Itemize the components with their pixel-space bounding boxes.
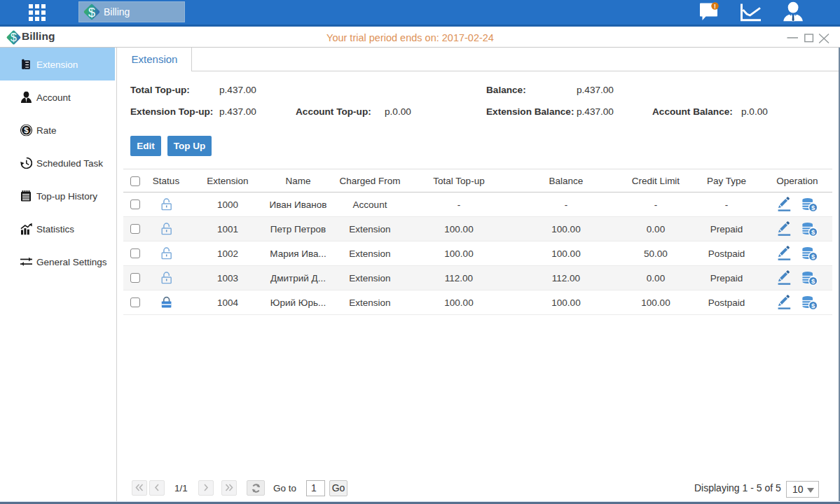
svg-text:!: ! [714, 3, 716, 10]
svg-text:$: $ [88, 6, 95, 20]
svg-text:$: $ [24, 126, 29, 134]
